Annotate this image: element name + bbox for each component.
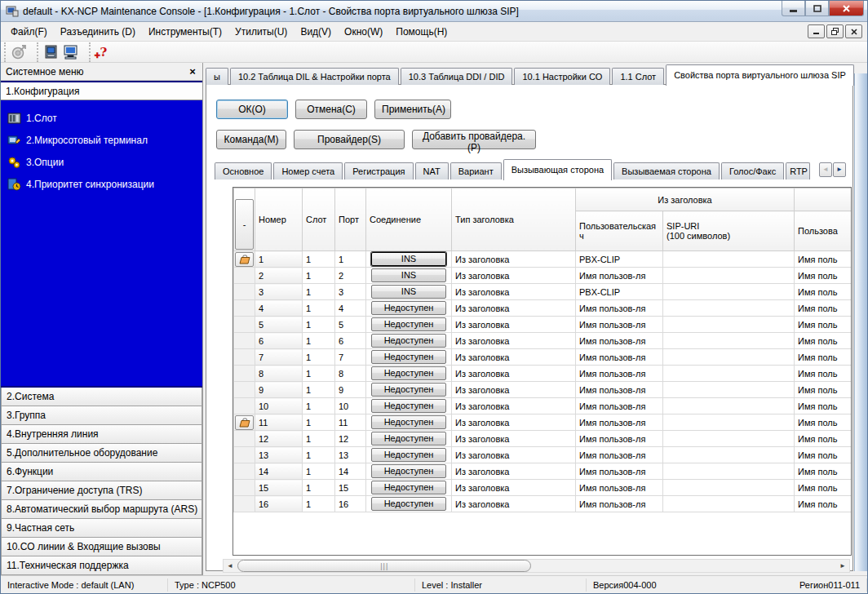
cell-user-part[interactable]: Имя пользов-ля <box>576 349 663 366</box>
col-header-header-type[interactable]: Тип заголовка <box>452 188 576 251</box>
cell-header-type[interactable]: Из заголовка <box>452 349 576 366</box>
document-tab[interactable]: 10.2 Таблица DIL & Настройки порта <box>230 68 399 85</box>
menu-item[interactable]: Окно(W) <box>338 24 389 40</box>
cell-sip-uri[interactable] <box>663 349 795 366</box>
cell-header-type[interactable]: Из заголовка <box>452 317 576 333</box>
property-tab[interactable]: RTP <box>786 162 810 180</box>
menu-item[interactable]: Инструменты(T) <box>142 24 228 40</box>
horizontal-scrollbar[interactable]: ◄ ||| ► <box>223 559 850 573</box>
sidebar-section[interactable]: 7.Ограничение доступа (TRS) <box>1 481 202 500</box>
col-header-number[interactable]: Номер <box>255 188 303 251</box>
apply-button[interactable]: Применить(A) <box>374 100 451 119</box>
row-header-cell[interactable] <box>234 300 255 317</box>
command-button[interactable]: Команда(M) <box>216 130 286 149</box>
cell-user-part[interactable]: Имя пользов-ля <box>576 447 663 463</box>
cell-user-name[interactable]: Имя поль <box>795 447 852 463</box>
connection-button[interactable]: INS <box>371 268 446 282</box>
cell-user-part[interactable]: Имя пользов-ля <box>576 317 663 333</box>
cell-user-part[interactable]: PBX-CLIP <box>576 251 663 268</box>
row-header-cell[interactable] <box>234 414 255 431</box>
cell-user-part[interactable]: Имя пользов-ля <box>576 414 663 431</box>
sidebar-section[interactable]: 6.Функции <box>1 463 202 481</box>
connection-button[interactable]: Недоступен <box>371 366 446 380</box>
cell-user-name[interactable]: Имя поль <box>795 300 852 317</box>
property-tab[interactable]: Вызывающая сторона <box>503 159 612 180</box>
connection-button[interactable]: Недоступен <box>371 481 446 494</box>
computer-icon[interactable] <box>61 43 81 61</box>
property-tab[interactable]: Основное <box>215 162 272 180</box>
cell-user-part[interactable]: Имя пользов-ля <box>576 333 663 349</box>
property-tab[interactable]: Номер счета <box>273 162 343 180</box>
cell-user-name[interactable]: Имя поль <box>795 496 852 512</box>
target-icon[interactable] <box>9 43 29 61</box>
minimize-button[interactable] <box>782 1 805 16</box>
cell-header-type[interactable]: Из заголовка <box>452 463 576 480</box>
cell-user-name[interactable]: Имя поль <box>795 414 852 431</box>
cell-sip-uri[interactable] <box>663 300 795 317</box>
maximize-button[interactable] <box>805 1 829 16</box>
cell-sip-uri[interactable] <box>663 480 795 496</box>
connection-button[interactable]: Недоступен <box>371 464 446 478</box>
cell-user-name[interactable]: Имя поль <box>795 349 852 366</box>
connection-button[interactable]: Недоступен <box>371 350 446 364</box>
prop-tab-scroll-left-icon[interactable]: ◄ <box>819 162 832 177</box>
vertical-scrollbar[interactable] <box>854 73 867 571</box>
cell-user-name[interactable]: Имя поль <box>795 268 852 284</box>
provider-button[interactable]: Провайдер(S) <box>294 130 405 149</box>
sidebar-section[interactable]: 3.Группа <box>1 406 202 425</box>
cell-user-name[interactable]: Имя поль <box>795 431 852 447</box>
tree-item-slot[interactable]: 1.Слот <box>1 107 202 129</box>
cell-user-name[interactable]: Имя поль <box>795 463 852 480</box>
cell-header-type[interactable]: Из заголовка <box>452 268 576 284</box>
document-tab[interactable]: 10.1 Настройки CO <box>514 68 610 85</box>
cell-header-type[interactable]: Из заголовка <box>452 333 576 349</box>
sidebar-section[interactable]: 11.Техническая поддержка <box>1 556 202 575</box>
row-header-cell[interactable] <box>234 366 255 382</box>
col-header-slot[interactable]: Слот <box>303 188 335 251</box>
cell-user-name[interactable]: Имя поль <box>795 480 852 496</box>
cell-sip-uri[interactable] <box>663 414 795 431</box>
cell-header-type[interactable]: Из заголовка <box>452 447 576 463</box>
row-header-cell[interactable] <box>234 284 255 300</box>
sidebar-section[interactable]: 10.CO линии & Входящие вызовы <box>1 538 202 556</box>
menu-item[interactable]: Файл(F) <box>4 24 54 40</box>
row-header-cell[interactable] <box>234 480 255 496</box>
cell-user-part[interactable]: Имя пользов-ля <box>576 268 663 284</box>
connection-button[interactable]: Недоступен <box>371 415 446 429</box>
property-tab[interactable]: NAT <box>415 162 449 180</box>
cell-sip-uri[interactable] <box>663 382 795 398</box>
row-header-cell[interactable] <box>234 251 255 268</box>
cell-header-type[interactable]: Из заголовка <box>452 251 576 268</box>
cell-user-name[interactable]: Имя поль <box>795 382 852 398</box>
add-provider-button[interactable]: Добавить провайдера.(P) <box>412 130 536 149</box>
cell-header-type[interactable]: Из заголовка <box>452 382 576 398</box>
cell-header-type[interactable]: Из заголовка <box>452 480 576 496</box>
property-tab[interactable]: Регистрация <box>344 162 413 180</box>
row-header-cell[interactable] <box>234 317 255 333</box>
document-tab[interactable]: 1.1 Слот <box>612 68 664 85</box>
cell-user-part[interactable]: Имя пользов-ля <box>576 366 663 382</box>
cell-user-part[interactable]: PBX-CLIP <box>576 284 663 300</box>
document-tab[interactable]: 10.3 Таблица DDI / DID <box>401 68 513 85</box>
cell-user-part[interactable]: Имя пользов-ля <box>576 431 663 447</box>
cell-header-type[interactable]: Из заголовка <box>452 284 576 300</box>
cell-user-part[interactable]: Имя пользов-ля <box>576 480 663 496</box>
sidebar-section[interactable]: 2.Система <box>1 388 202 406</box>
connection-button[interactable]: Недоступен <box>371 448 446 462</box>
cell-header-type[interactable]: Из заголовка <box>452 414 576 431</box>
col-header-user-part[interactable]: Пользовательская ч <box>576 211 663 251</box>
prop-tab-scroll-right-icon[interactable]: ► <box>833 162 846 177</box>
shelf-icon[interactable] <box>235 252 254 267</box>
property-tab[interactable]: Вызываемая сторона <box>613 162 720 180</box>
scrollbar-thumb[interactable]: ||| <box>237 560 531 572</box>
mdi-restore-button[interactable] <box>826 24 844 38</box>
row-header-cell[interactable] <box>234 382 255 398</box>
connection-button[interactable]: Недоступен <box>371 334 446 348</box>
cell-user-name[interactable]: Имя поль <box>795 333 852 349</box>
mdi-close-button[interactable] <box>845 24 862 38</box>
row-header-cell[interactable] <box>234 333 255 349</box>
pbx-cabinet-icon[interactable] <box>42 43 61 61</box>
cell-sip-uri[interactable] <box>663 496 795 512</box>
cell-sip-uri[interactable] <box>663 251 795 268</box>
sidebar-section[interactable]: 4.Внутренняя линия <box>1 425 202 444</box>
